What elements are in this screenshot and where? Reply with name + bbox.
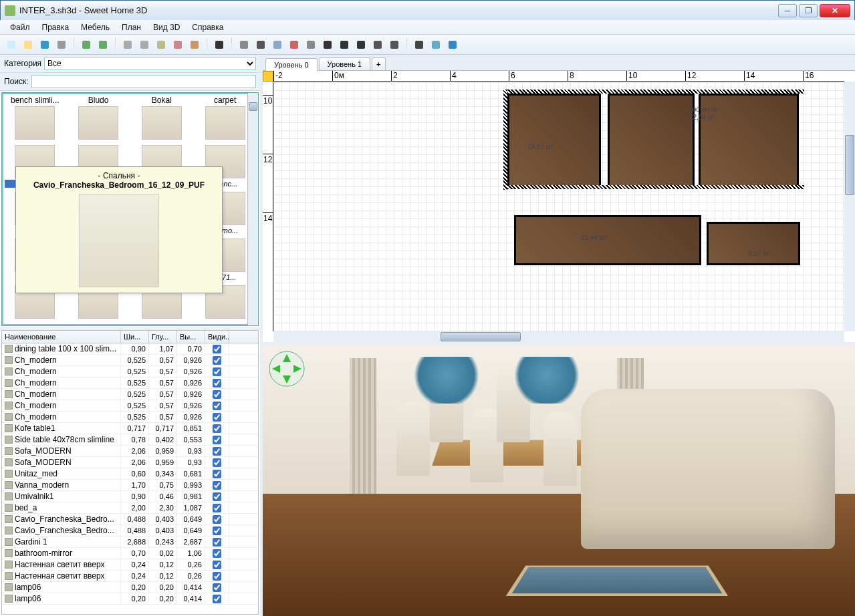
furniture-visible-checkbox[interactable]	[213, 436, 221, 444]
furniture-list-header[interactable]: Наименование Ши... Глу... Вы... Види...	[2, 331, 258, 343]
catalog-item[interactable]: carpet	[195, 96, 255, 141]
furniture-row[interactable]: Cavio_Francheska_Bedro...0,4880,4030,649	[2, 514, 258, 525]
plan-canvas[interactable]: 14,87 м²Гостиная42,04 м²21,44 м²8,57 м²	[273, 82, 844, 331]
furniture-row[interactable]: Umivalnik10,900,460,981	[2, 491, 258, 502]
select-icon[interactable]	[212, 37, 227, 52]
furniture-visible-checkbox[interactable]	[213, 572, 221, 581]
menu-План[interactable]: План	[116, 21, 147, 33]
furniture-visible-checkbox[interactable]	[213, 492, 221, 501]
furniture-row[interactable]: dining table 100 x 100 slim...0,901,070,…	[2, 343, 258, 355]
furniture-row[interactable]: Ch_modern0,5250,570,926	[2, 389, 258, 400]
cut-icon[interactable]	[120, 37, 135, 52]
furniture-row[interactable]: Gardini 12,6880,2432,687	[2, 536, 258, 548]
room-icon[interactable]	[270, 37, 285, 52]
menu-Файл[interactable]: Файл	[4, 21, 36, 33]
copy-icon[interactable]	[137, 37, 152, 52]
furniture-visible-checkbox[interactable]	[213, 538, 221, 547]
zoom-in-icon[interactable]	[370, 37, 385, 52]
furniture-row[interactable]: lamp060,200,200,414	[2, 582, 258, 593]
furniture-visible-checkbox[interactable]	[213, 379, 221, 388]
furniture-row[interactable]: Ch_modern0,5250,570,926	[2, 355, 258, 366]
furniture-row[interactable]: Sofa_MODERN2,060,9590,93	[2, 457, 258, 468]
furniture-visible-checkbox[interactable]	[213, 470, 221, 478]
navigation-compass[interactable]	[268, 350, 306, 388]
dimension-icon[interactable]	[303, 37, 318, 52]
furniture-visible-checkbox[interactable]	[213, 458, 221, 467]
menu-Справка[interactable]: Справка	[186, 21, 229, 33]
polyline-icon[interactable]	[287, 37, 301, 52]
camera-icon[interactable]	[412, 37, 426, 52]
zoom-out-icon[interactable]	[387, 37, 402, 52]
furniture-row[interactable]: Ch_modern0,5250,570,926	[2, 366, 258, 377]
furniture-row[interactable]: Kofe table10,7170,7170,851	[2, 423, 258, 434]
furniture-row[interactable]: Sofa_MODERN2,060,9590,93	[2, 446, 258, 457]
plan-scrollbar-h[interactable]	[273, 331, 844, 342]
furniture-row[interactable]: Ch_modern0,5250,570,926	[2, 412, 258, 423]
level-tab[interactable]: Уровень 0	[265, 58, 318, 71]
new-file-icon[interactable]	[4, 37, 19, 52]
plan-view[interactable]: -20м246810121416 101214 14,87 м²Гостиная…	[263, 71, 855, 345]
furniture-visible-checkbox[interactable]	[213, 583, 221, 592]
catalog-item[interactable]: Bludo	[68, 96, 129, 141]
furniture-visible-checkbox[interactable]	[213, 447, 221, 456]
wall-icon[interactable]	[253, 37, 268, 52]
redo-icon[interactable]	[96, 37, 110, 52]
furniture-visible-checkbox[interactable]	[213, 402, 221, 410]
catalog-scrollbar[interactable]	[247, 93, 258, 325]
furniture-row[interactable]: Cavio_Francheska_Bedro...0,4880,4030,649	[2, 525, 258, 536]
furniture-visible-checkbox[interactable]	[213, 549, 221, 558]
preferences-icon[interactable]	[54, 37, 69, 52]
text-small-icon[interactable]	[320, 37, 335, 52]
delete-icon[interactable]	[170, 37, 185, 52]
open-file-icon[interactable]	[21, 37, 35, 52]
paste-icon[interactable]	[154, 37, 168, 52]
furniture-row[interactable]: lamp060,200,200,414	[2, 593, 258, 605]
col-width[interactable]: Ши...	[121, 331, 149, 343]
furniture-row[interactable]: Side table 40x78cm slimline0,780,4020,55…	[2, 434, 258, 446]
close-button[interactable]: ✕	[820, 4, 850, 17]
menu-Правка[interactable]: Правка	[36, 21, 76, 33]
search-input[interactable]	[31, 75, 256, 88]
level-tab[interactable]: Уровень 1	[319, 57, 371, 70]
maximize-button[interactable]: ❐	[799, 4, 818, 17]
add-furniture-icon[interactable]	[187, 37, 202, 52]
col-height[interactable]: Вы...	[177, 331, 205, 343]
furniture-visible-checkbox[interactable]	[213, 356, 221, 365]
furniture-visible-checkbox[interactable]	[213, 526, 221, 535]
furniture-visible-checkbox[interactable]	[213, 481, 221, 490]
menu-Вид 3D[interactable]: Вид 3D	[147, 21, 186, 33]
furniture-visible-checkbox[interactable]	[213, 595, 221, 603]
col-name[interactable]: Наименование	[2, 331, 121, 343]
col-visible[interactable]: Види...	[205, 331, 229, 343]
view-3d[interactable]	[263, 345, 855, 616]
furniture-row[interactable]: Unitaz_med0,600,3430,681	[2, 468, 258, 480]
undo-icon[interactable]	[79, 37, 94, 52]
furniture-row[interactable]: Ch_modern0,5250,570,926	[2, 377, 258, 389]
menu-Мебель[interactable]: Мебель	[75, 21, 116, 33]
save-file-icon[interactable]	[37, 37, 52, 52]
furniture-row[interactable]: Настенная светит вверх0,240,120,26	[2, 571, 258, 582]
furniture-visible-checkbox[interactable]	[213, 424, 221, 433]
furniture-visible-checkbox[interactable]	[213, 561, 221, 569]
minimize-button[interactable]: ─	[778, 4, 797, 17]
furniture-visible-checkbox[interactable]	[213, 504, 221, 512]
furniture-visible-checkbox[interactable]	[213, 515, 221, 524]
category-select[interactable]: Все	[44, 57, 256, 70]
ruler-origin[interactable]	[263, 71, 273, 82]
furniture-visible-checkbox[interactable]	[213, 413, 221, 422]
catalog-item[interactable]: bench slimli...	[5, 96, 66, 141]
furniture-visible-checkbox[interactable]	[213, 367, 221, 376]
furniture-row[interactable]: Vanna_modern1,700,750,993	[2, 480, 258, 491]
furniture-catalog[interactable]: bench slimli...BludoBokalcarpetCa...Fran…	[1, 92, 259, 326]
help-icon[interactable]	[445, 37, 460, 52]
catalog-item[interactable]: Bokal	[132, 96, 193, 141]
furniture-row[interactable]: Ch_modern0,5250,570,926	[2, 400, 258, 412]
text-italic-icon[interactable]	[354, 37, 368, 52]
text-big-icon[interactable]	[337, 37, 352, 52]
furniture-row[interactable]: Настенная светит вверх0,240,120,26	[2, 559, 258, 571]
furniture-row[interactable]: bed_a2,002,301,087	[2, 502, 258, 514]
furniture-row[interactable]: bathroom-mirror0,700,021,06	[2, 548, 258, 559]
col-depth[interactable]: Глу...	[149, 331, 177, 343]
virtual-visit-icon[interactable]	[429, 37, 443, 52]
add-level-button[interactable]: +	[372, 57, 385, 70]
